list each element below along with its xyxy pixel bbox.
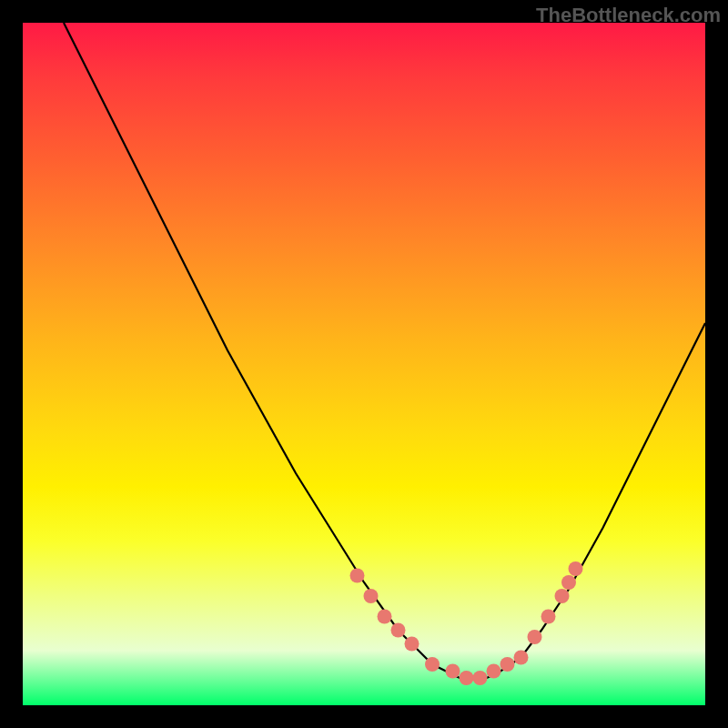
marker-point (378, 610, 392, 624)
bottleneck-curve (64, 23, 705, 678)
marker-point (425, 657, 440, 672)
marker-point (528, 630, 542, 644)
plot-area (23, 23, 705, 705)
marker-point (460, 671, 474, 685)
chart-container: TheBottleneck.com (0, 0, 728, 728)
marker-point (569, 561, 583, 576)
marker-point (487, 664, 501, 679)
marker-point (446, 664, 460, 679)
marker-point (541, 610, 556, 624)
marker-point (473, 671, 488, 685)
marker-point (500, 657, 515, 672)
marker-point (555, 589, 570, 603)
marker-point (364, 589, 379, 603)
marker-point (514, 651, 529, 665)
marker-point (391, 623, 406, 638)
marker-point (405, 637, 420, 652)
chart-svg (23, 23, 705, 705)
marker-group (350, 561, 583, 685)
marker-point (561, 575, 576, 590)
marker-point (350, 569, 365, 583)
